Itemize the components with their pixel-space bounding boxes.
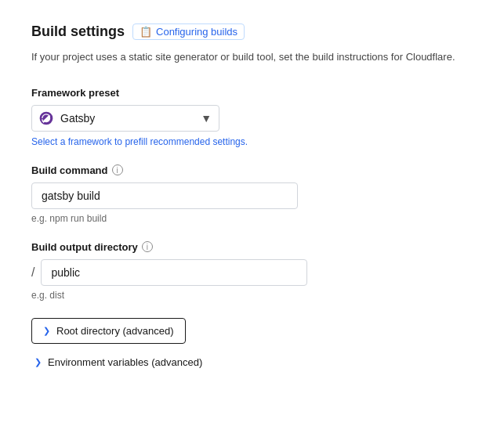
configuring-builds-link[interactable]: 📋 Configuring builds — [132, 23, 245, 40]
build-command-input[interactable] — [31, 182, 298, 209]
page-header: Build settings 📋 Configuring builds — [31, 23, 473, 40]
framework-preset-label: Framework preset — [31, 87, 473, 99]
build-output-input[interactable] — [41, 259, 307, 286]
output-dir-row: / — [31, 259, 473, 286]
build-command-info-icon[interactable]: i — [112, 164, 123, 175]
build-output-info-icon[interactable]: i — [142, 241, 153, 252]
framework-preset-section: Framework preset Gatsby None Next.js Rea… — [31, 87, 473, 147]
framework-select[interactable]: Gatsby None Next.js React Vue Angular — [31, 105, 219, 132]
env-variables-section: ❯ Environment variables (advanced) — [31, 350, 473, 374]
build-command-section: Build command i e.g. npm run build — [31, 164, 473, 224]
root-directory-section: ❯ Root directory (advanced) — [31, 318, 473, 344]
page-description: If your project uses a static site gener… — [31, 49, 473, 65]
root-dir-chevron-icon: ❯ — [43, 326, 50, 336]
framework-select-wrapper: Gatsby None Next.js React Vue Angular ▼ — [31, 105, 219, 132]
slash-prefix: / — [31, 265, 34, 280]
config-link-label: Configuring builds — [156, 26, 237, 38]
build-output-hint: e.g. dist — [31, 290, 473, 301]
book-icon: 📋 — [140, 26, 152, 38]
env-variables-label: Environment variables (advanced) — [48, 356, 202, 368]
env-variables-button[interactable]: ❯ Environment variables (advanced) — [31, 350, 205, 374]
env-chevron-icon: ❯ — [34, 357, 42, 367]
build-output-section: Build output directory i / e.g. dist — [31, 241, 473, 301]
build-output-label: Build output directory i — [31, 241, 473, 253]
framework-hint: Select a framework to prefill recommende… — [31, 136, 473, 147]
root-directory-button[interactable]: ❯ Root directory (advanced) — [31, 318, 186, 344]
root-directory-label: Root directory (advanced) — [56, 325, 174, 337]
build-command-label: Build command i — [31, 164, 473, 176]
page-title: Build settings — [31, 23, 125, 40]
build-command-hint: e.g. npm run build — [31, 213, 473, 224]
